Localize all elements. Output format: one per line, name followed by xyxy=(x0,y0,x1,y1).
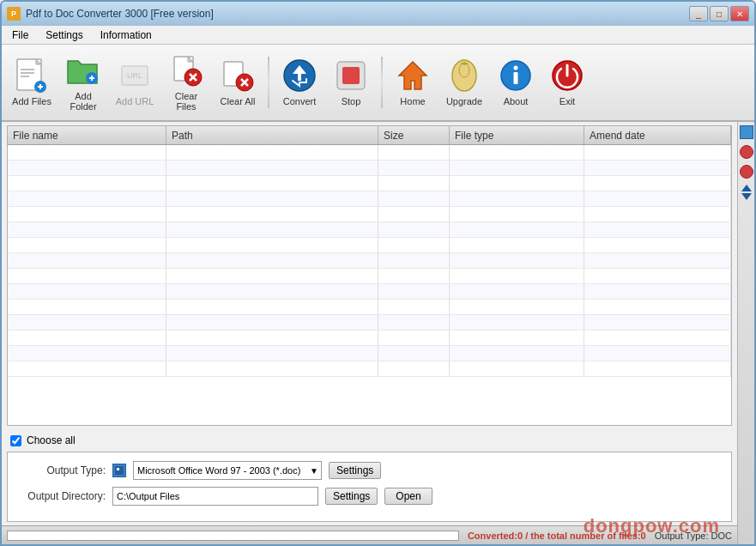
sidebar-arrows xyxy=(741,185,752,200)
table-row xyxy=(8,176,731,191)
output-type-settings-button[interactable]: Settings xyxy=(329,462,381,479)
output-section: Output Type: Microsoft Office Word 97 - … xyxy=(7,452,732,522)
convert-button[interactable]: Convert xyxy=(275,49,324,116)
about-label: About xyxy=(504,96,529,106)
output-directory-settings-button[interactable]: Settings xyxy=(325,488,378,505)
table-row xyxy=(8,269,731,284)
home-label: Home xyxy=(400,96,425,106)
add-files-button[interactable]: Add Files xyxy=(7,49,57,116)
output-type-row: Output Type: Microsoft Office Word 97 - … xyxy=(20,461,719,480)
output-directory-input[interactable] xyxy=(112,487,318,506)
svg-marker-25 xyxy=(399,62,426,89)
title-bar: P Pdf to Doc Converter 3000 [Free versio… xyxy=(2,2,754,26)
exit-label: Exit xyxy=(559,96,575,106)
about-icon xyxy=(499,58,533,93)
table-body[interactable] xyxy=(8,145,731,425)
add-url-button: URL Add URL xyxy=(110,49,160,116)
add-url-icon: URL xyxy=(118,58,152,93)
toolbar-sep-2 xyxy=(381,57,383,108)
clear-files-label: Clear Files xyxy=(164,91,209,112)
col-size: Size xyxy=(378,126,450,144)
menu-information[interactable]: Information xyxy=(94,27,159,43)
upgrade-label: Upgrade xyxy=(446,96,482,106)
right-sidebar xyxy=(737,122,754,544)
add-folder-icon xyxy=(66,53,100,88)
file-table: File name Path Size File type Amend date xyxy=(7,125,732,426)
add-files-label: Add Files xyxy=(12,96,51,106)
svg-rect-36 xyxy=(117,468,119,470)
menu-file[interactable]: File xyxy=(5,27,35,43)
title-bar-left: P Pdf to Doc Converter 3000 [Free versio… xyxy=(7,7,214,21)
add-folder-label: Add Folder xyxy=(61,91,106,112)
col-filename: File name xyxy=(8,126,166,144)
choose-all-label[interactable]: Choose all xyxy=(27,434,76,446)
down-arrow-icon[interactable] xyxy=(741,193,752,200)
stop-icon xyxy=(334,58,368,93)
output-directory-row: Output Directory: Settings Open xyxy=(20,487,719,506)
add-url-label: Add URL xyxy=(116,96,154,106)
table-row xyxy=(8,284,731,300)
output-directory-label: Output Directory: xyxy=(20,490,106,502)
sidebar-circle-icon2 xyxy=(740,165,753,179)
stop-button[interactable]: Stop xyxy=(326,49,376,116)
output-type-status: Output Type: DOC xyxy=(655,531,732,541)
exit-button[interactable]: Exit xyxy=(542,49,592,116)
col-filetype: File type xyxy=(450,126,584,144)
table-row xyxy=(8,300,731,315)
table-row xyxy=(8,315,731,331)
clear-all-button[interactable]: Clear All xyxy=(213,49,263,116)
choose-all-bar: Choose all xyxy=(2,429,737,452)
table-row xyxy=(8,346,731,361)
maximize-button[interactable]: □ xyxy=(710,6,729,21)
open-directory-button[interactable]: Open xyxy=(384,488,432,505)
table-row xyxy=(8,253,731,269)
table-row xyxy=(8,361,731,377)
convert-label: Convert xyxy=(283,96,317,106)
main-content: File name Path Size File type Amend date xyxy=(2,122,754,544)
status-bar: Converted:0 / the total number of files:… xyxy=(2,525,737,544)
output-type-select-wrapper: Microsoft Office Word 97 - 2003 (*.doc) … xyxy=(133,461,322,480)
menu-bar: File Settings Information xyxy=(2,26,754,45)
table-row xyxy=(8,191,731,207)
clear-files-button[interactable]: Clear Files xyxy=(161,49,211,116)
converted-status: Converted:0 / the total number of files:… xyxy=(468,531,646,541)
svg-rect-24 xyxy=(342,67,360,84)
sidebar-top-icon xyxy=(740,125,753,139)
table-header: File name Path Size File type Amend date xyxy=(8,126,731,145)
main-window: P Pdf to Doc Converter 3000 [Free versio… xyxy=(0,0,756,546)
svg-point-31 xyxy=(514,66,518,70)
add-folder-button[interactable]: Add Folder xyxy=(58,49,108,116)
clear-all-icon xyxy=(221,58,255,93)
upgrade-icon xyxy=(447,58,481,93)
menu-settings[interactable]: Settings xyxy=(39,27,89,43)
sidebar-circle-icon xyxy=(740,145,753,159)
output-type-icon xyxy=(112,464,126,477)
window-controls: _ □ ✕ xyxy=(689,6,749,21)
up-arrow-icon[interactable] xyxy=(741,185,752,191)
choose-all-checkbox[interactable] xyxy=(10,435,21,446)
exit-icon xyxy=(550,58,584,93)
stop-label: Stop xyxy=(342,96,361,106)
table-row xyxy=(8,222,731,238)
upgrade-button[interactable]: Upgrade xyxy=(439,49,489,116)
svg-rect-32 xyxy=(514,72,518,84)
col-path: Path xyxy=(166,126,378,144)
table-row xyxy=(8,331,731,346)
app-icon: P xyxy=(7,7,21,21)
about-button[interactable]: About xyxy=(491,49,541,116)
svg-text:URL: URL xyxy=(127,71,142,80)
progress-bar xyxy=(7,531,459,541)
home-button[interactable]: Home xyxy=(388,49,438,116)
close-button[interactable]: ✕ xyxy=(730,6,749,21)
home-icon xyxy=(396,58,430,93)
left-panel: File name Path Size File type Amend date xyxy=(2,122,737,544)
minimize-button[interactable]: _ xyxy=(689,6,708,21)
table-row xyxy=(8,238,731,253)
toolbar: Add Files Add Folder URL Ad xyxy=(2,45,754,122)
output-type-label: Output Type: xyxy=(20,464,106,476)
add-files-icon xyxy=(15,58,49,93)
table-row xyxy=(8,207,731,222)
output-type-select[interactable]: Microsoft Office Word 97 - 2003 (*.doc) xyxy=(133,461,322,480)
col-amenddate: Amend date xyxy=(584,126,731,144)
window-title: Pdf to Doc Converter 3000 [Free version] xyxy=(26,8,214,20)
